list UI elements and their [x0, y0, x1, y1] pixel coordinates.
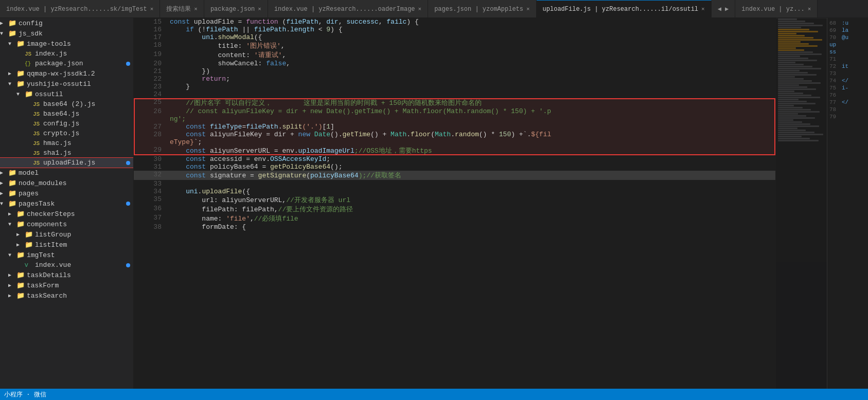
sidebar-item-crypto-js[interactable]: JScrypto.js	[0, 129, 133, 138]
minimap-line	[778, 74, 817, 76]
tab-package-json[interactable]: package.json ×	[204, 0, 268, 18]
right-panel-text: it	[842, 63, 848, 69]
sidebar-item-listItem[interactable]: ▶📁listItem	[0, 240, 133, 250]
minimap-line	[778, 117, 815, 119]
sidebar-item-label: uploadFile.js	[43, 159, 95, 167]
folder-arrow-icon: ▶	[8, 211, 16, 217]
sidebar-item-package-json[interactable]: {}package.json	[0, 59, 133, 68]
sidebar-item-pagesTask[interactable]: ▼📁pagesTask	[0, 198, 133, 209]
sidebar-item-image-tools[interactable]: ▼📁image-tools	[0, 39, 133, 49]
sidebar-item-yushijie-ossutil[interactable]: ▼📁yushijie-ossutil	[0, 79, 133, 89]
line-content: name: 'file',//必须填file	[170, 214, 775, 223]
sidebar-item-taskForm[interactable]: ▶📁taskForm	[0, 280, 133, 290]
sidebar-item-model[interactable]: ▶📁model	[0, 168, 133, 178]
sidebar-item-hmac-js[interactable]: JShmac.js	[0, 138, 133, 148]
sidebar-item-base64-2[interactable]: JSbase64 (2).js	[0, 99, 133, 109]
minimap-line	[778, 66, 812, 67]
folder-icon: 📁	[16, 80, 25, 88]
code-token: );//获取签名	[359, 172, 401, 179]
sidebar-item-qqmap-wx[interactable]: ▶📁qqmap-wx-jssdk1.2	[0, 68, 133, 79]
folder-arrow-icon: ▼	[8, 222, 16, 227]
tab-nav-arrows[interactable]: ◀ ▶	[712, 0, 736, 18]
folder-arrow-icon: ▶	[16, 242, 25, 248]
code-line: 35 url: aliyunServerURL,//开发者服务器 url	[134, 195, 775, 205]
line-content: uni.showModal({	[170, 33, 775, 41]
tab-close-icon[interactable]: ×	[258, 6, 261, 12]
sidebar-item-config-js[interactable]: JSconfig.js	[0, 119, 133, 129]
line-number: 17	[134, 33, 170, 41]
minimap-line	[778, 53, 822, 55]
minimap-line	[778, 35, 805, 37]
folder-icon: 📁	[8, 29, 16, 38]
tab-index-vue-2[interactable]: index.vue | yz... ×	[735, 0, 818, 18]
minimap-panel	[775, 18, 827, 389]
sidebar-item-pages[interactable]: ▶📁pages	[0, 188, 133, 198]
minimap-line	[778, 111, 820, 113]
folder-arrow-icon: ▼	[8, 81, 16, 87]
minimap-line	[778, 60, 817, 61]
tab-close-icon[interactable]: ×	[526, 6, 530, 12]
sidebar-item-sha1-js[interactable]: JSsha1.js	[0, 148, 133, 158]
sidebar-item-label: config	[19, 20, 43, 27]
sidebar-item-ossutil[interactable]: ▼📁ossutil	[0, 89, 133, 99]
folder-arrow-icon: ▶	[16, 231, 25, 238]
tab-pages-json[interactable]: pages.json | yzomApplets ×	[428, 0, 536, 18]
line-number: 30	[134, 155, 170, 163]
line-content: const policyBase64 = getPolicyBase64();	[170, 163, 775, 171]
line-number	[134, 138, 170, 146]
sidebar-item-js_sdk[interactable]: ▼📁js_sdk	[0, 28, 133, 39]
right-panel-item: 77</	[829, 99, 866, 105]
sidebar-item-base64[interactable]: JSbase64.js	[0, 109, 133, 119]
line-content: const accessid = env.OSSAccessKeyId;	[170, 155, 775, 163]
code-token: '请重试'	[254, 51, 282, 59]
tab-search[interactable]: 搜索结果 ×	[160, 0, 204, 18]
code-token: failc	[386, 18, 406, 26]
minimap-line	[778, 99, 799, 100]
tab-close-icon[interactable]: ×	[701, 6, 705, 12]
line-content: //图片名字 可以自行定义， 这里是采用当前的时间戳 + 150内的随机数来给图…	[170, 98, 775, 107]
sidebar-item-taskDetails[interactable]: ▶📁taskDetails	[0, 270, 133, 280]
sidebar-item-label: taskForm	[27, 282, 59, 289]
tab-close-icon[interactable]: ×	[808, 6, 811, 12]
tab-close-icon[interactable]: ×	[418, 6, 422, 12]
sidebar-item-imgTest[interactable]: ▼📁imgTest	[0, 250, 133, 260]
sidebar-item-checkerSteps[interactable]: ▶📁checkerSteps	[0, 209, 133, 219]
right-panel-item: 78	[829, 106, 866, 113]
line-number: 31	[134, 163, 170, 171]
sidebar-item-label: yushijie-ossutil	[27, 80, 91, 88]
sidebar-item-node_modules[interactable]: ▶📁node_modules	[0, 178, 133, 188]
right-panel-linenum: 68	[829, 20, 840, 26]
minimap-line	[778, 101, 807, 102]
sidebar-item-label: model	[19, 169, 39, 177]
sidebar-item-uploadFile-js[interactable]: JSuploadFile.js	[0, 158, 133, 168]
sidebar-item-components[interactable]: ▼📁components	[0, 219, 133, 229]
sidebar-item-taskSearch[interactable]: ▶📁taskSearch	[0, 290, 133, 301]
code-line: ng';	[134, 115, 775, 123]
code-token: if	[186, 26, 194, 33]
tab-index-vue-loader[interactable]: index.vue | yzResearch......oaderImage ×	[268, 0, 428, 18]
code-token: Math	[391, 131, 406, 138]
tab-upload-file[interactable]: uploadFile.js | yzResearch......il/ossut…	[537, 0, 712, 18]
editor-area: 15const uploadFile = function (filePath,…	[134, 18, 868, 389]
sidebar-item-index-vue[interactable]: Vindex.vue	[0, 260, 133, 270]
right-panel-text: :u	[842, 20, 848, 26]
sidebar-item-listGroup[interactable]: ▶📁listGroup	[0, 229, 133, 240]
code-token: ${fil	[531, 131, 551, 138]
sidebar-item-config[interactable]: ▶📁config	[0, 18, 133, 28]
right-panel-item: up	[829, 42, 866, 48]
sidebar-item-index-js[interactable]: JSindex.js	[0, 49, 133, 59]
line-content: const fileType=filePath.split('.')[1]	[170, 123, 775, 131]
right-panel-item: 72it	[829, 63, 866, 69]
tab-close-icon[interactable]: ×	[194, 6, 198, 12]
js-file-icon: JS	[33, 159, 41, 167]
line-content: })	[170, 67, 775, 75]
code-token: ng';	[170, 115, 186, 123]
tab-close-icon[interactable]: ×	[150, 6, 154, 12]
tab-index-vue-img[interactable]: index.vue | yzResearch......sk/imgTest ×	[0, 0, 160, 18]
right-panel-text: la	[842, 27, 848, 33]
folder-icon: 📁	[16, 40, 25, 48]
right-panel-linenum: 71	[829, 56, 840, 62]
code-token: false	[266, 60, 286, 67]
minimap-line	[778, 70, 800, 71]
code-panel[interactable]: 15const uploadFile = function (filePath,…	[134, 18, 775, 389]
